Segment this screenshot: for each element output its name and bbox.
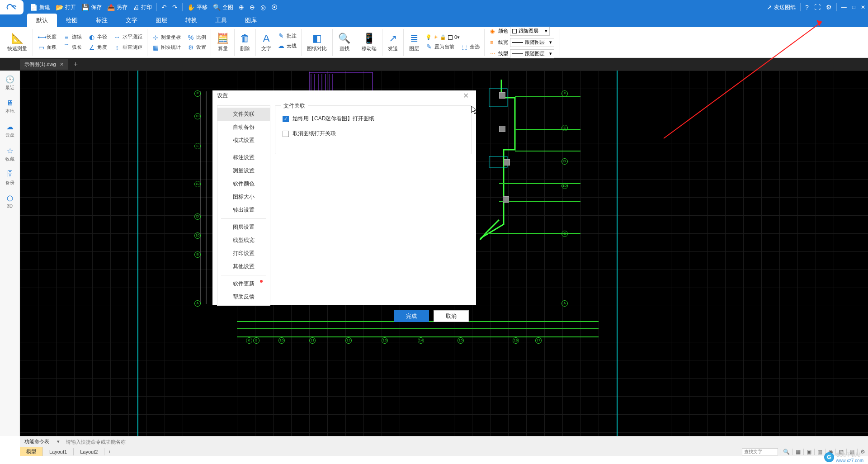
zoom-realtime-button[interactable]: ⦿ (269, 0, 280, 14)
compare-button[interactable]: ◧图纸对比 (304, 32, 330, 53)
dialog-close-button[interactable]: ✕ (460, 90, 472, 101)
color-select[interactable]: 跟随图层▾ (510, 27, 550, 36)
settings-button[interactable]: ⚙ (823, 0, 835, 14)
calc-button[interactable]: 🧮算量 (214, 32, 231, 53)
layer-select[interactable]: 0▾ (454, 34, 460, 40)
measure-angle[interactable]: ∠角度 (86, 43, 109, 52)
close-button[interactable]: ✕ (858, 0, 868, 14)
dialog-cancel-button[interactable]: 取消 (434, 310, 469, 322)
nav-export[interactable]: 转出设置 (217, 204, 270, 217)
status-snap[interactable]: ▣ (803, 449, 814, 455)
sidebar-cloud[interactable]: ☁云盘 (0, 121, 19, 140)
nav-update[interactable]: 软件更新 (217, 277, 270, 290)
undo-button[interactable]: ↶ (159, 0, 170, 14)
layout-tab-2[interactable]: Layout2 (74, 448, 104, 455)
add-tab-button[interactable]: + (70, 60, 81, 68)
layout-tab-model[interactable]: 模型 (20, 447, 43, 456)
maximize-button[interactable]: □ (849, 0, 858, 14)
pan-button[interactable]: ✋平移 (184, 0, 210, 14)
measure-settings[interactable]: ⚙设置 (185, 43, 208, 52)
layer-state-row[interactable]: 💡 ☀ 🔒 0▾ (424, 34, 481, 41)
find-button[interactable]: 🔍查找 (335, 32, 353, 53)
zoom-in-button[interactable]: ⊕ (236, 0, 247, 14)
measure-length[interactable]: ⟷长度 (36, 33, 58, 41)
tab-default[interactable]: 默认 (27, 14, 57, 27)
measure-hdist[interactable]: ↔水平测距 (112, 33, 144, 41)
search-go-button[interactable]: 🔍 (780, 449, 793, 455)
sidebar-local[interactable]: 🖥本地 (0, 97, 19, 116)
zoom-extents-button[interactable]: 🔍全图 (210, 0, 236, 14)
tab-convert[interactable]: 转换 (176, 14, 206, 27)
annotate-button[interactable]: ✎批注 (276, 32, 298, 40)
block-stat[interactable]: ▦图块统计 (150, 43, 183, 52)
measure-continuous[interactable]: ≡连续 (61, 33, 84, 41)
nav-linetype[interactable]: 线型线宽 (217, 234, 270, 247)
layout-add-button[interactable]: + (104, 449, 114, 455)
sidebar-backup[interactable]: 🗄备份 (0, 169, 19, 188)
fullscreen-button[interactable]: ⛶ (811, 0, 823, 14)
layout-tab-1[interactable]: Layout1 (43, 448, 74, 455)
new-button[interactable]: 📄新建 (27, 0, 53, 14)
tab-text[interactable]: 文字 (117, 14, 146, 27)
measure-radius[interactable]: ◐半径 (86, 33, 109, 41)
tab-draw[interactable]: 绘图 (57, 14, 87, 27)
dialog-title: 设置 (217, 92, 228, 99)
linetype-select[interactable]: 跟随图层▾ (510, 49, 554, 58)
chevron-down-icon: ▾ (457, 34, 460, 40)
command-input[interactable] (62, 438, 868, 446)
nav-file-assoc[interactable]: 文件关联 (217, 108, 270, 121)
measure-scale[interactable]: %比例 (185, 33, 208, 42)
document-tab[interactable]: 示例图(1).dwg ✕ (20, 59, 68, 70)
search-text-input[interactable] (742, 448, 778, 455)
nav-print[interactable]: 打印设置 (217, 247, 270, 260)
send-drawing-button[interactable]: ↗发送图纸 (764, 0, 798, 14)
command-dropdown[interactable]: ▾ (54, 439, 62, 445)
text-button[interactable]: A文字 (259, 32, 274, 53)
checkbox-always-open[interactable]: ✓ 始终用【CAD迷你看图】打开图纸 (283, 115, 464, 123)
print-button[interactable]: 🖨打印 (130, 0, 155, 14)
close-tab-icon[interactable]: ✕ (60, 62, 64, 67)
sidebar-recent[interactable]: 🕓最近 (0, 73, 19, 93)
nav-measure[interactable]: 测量设置 (217, 164, 270, 177)
delete-button[interactable]: 🗑删除 (237, 32, 253, 53)
nav-layer[interactable]: 图层设置 (217, 221, 270, 234)
tab-tools[interactable]: 工具 (206, 14, 236, 27)
redo-button[interactable]: ↷ (170, 0, 180, 14)
mobile-button[interactable]: 📱移动端 (359, 32, 379, 53)
status-ortho[interactable]: ▥ (814, 449, 825, 455)
checkbox-cancel-assoc[interactable]: 取消图纸打开关联 (283, 130, 464, 137)
layer-button[interactable]: ≣图层 (406, 32, 422, 53)
sidebar-favorite[interactable]: ☆收藏 (0, 145, 19, 164)
zoom-window-button[interactable]: ◎ (258, 0, 269, 14)
nav-icon-size[interactable]: 图标大小 (217, 190, 270, 204)
tab-library[interactable]: 图库 (236, 14, 266, 27)
measure-coord[interactable]: ⊹测量坐标 (150, 33, 183, 42)
menu-tabs: 默认 绘图 标注 文字 图层 转换 工具 图库 (0, 14, 868, 27)
zoom-out-button[interactable]: ⊖ (247, 0, 258, 14)
nav-color[interactable]: 软件颜色 (217, 177, 270, 190)
quick-measure-button[interactable]: 📐 快速测量 (5, 32, 30, 53)
measure-arc[interactable]: ⌒弧长 (61, 43, 84, 52)
dialog-ok-button[interactable]: 完成 (394, 310, 429, 322)
measure-area[interactable]: ▭面积 (36, 43, 58, 52)
minimize-button[interactable]: — (839, 0, 849, 14)
send-button[interactable]: ↗发送 (385, 32, 401, 53)
cloud-button[interactable]: ☁云线 (276, 42, 298, 50)
tab-annotate[interactable]: 标注 (87, 14, 117, 27)
select-all-layer[interactable]: ⬚全选 (459, 43, 481, 51)
sidebar-3d[interactable]: ⬡3D (0, 192, 19, 210)
nav-annotate[interactable]: 标注设置 (217, 151, 270, 164)
nav-other[interactable]: 其他设置 (217, 260, 270, 273)
saveas-button[interactable]: 📤另存 (104, 0, 130, 14)
nav-help[interactable]: 帮助反馈 (217, 290, 270, 303)
tab-layer[interactable]: 图层 (146, 14, 176, 27)
open-button[interactable]: 📂打开 (53, 0, 79, 14)
measure-vdist[interactable]: ↕垂直测距 (112, 43, 144, 52)
nav-auto-backup[interactable]: 自动备份 (217, 121, 270, 134)
nav-mode[interactable]: 模式设置 (217, 134, 270, 147)
help-button[interactable]: ? (802, 0, 811, 14)
linewidth-select[interactable]: 跟随图层▾ (510, 38, 554, 47)
save-button[interactable]: 💾保存 (79, 0, 104, 14)
status-grid[interactable]: ▦ (793, 449, 803, 455)
set-current-layer[interactable]: ✎置为当前 (424, 43, 456, 51)
